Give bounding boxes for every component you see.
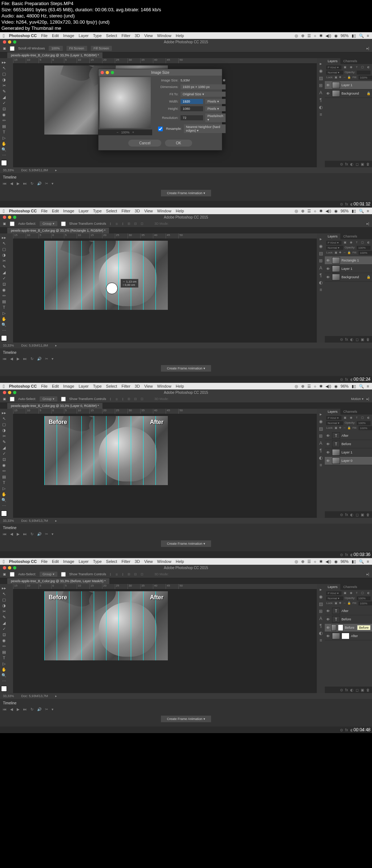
menu-filter[interactable]: Filter (121, 33, 130, 38)
color-swatches[interactable] (1, 335, 7, 341)
layer-action-icon[interactable]: fx (345, 513, 348, 517)
timeline-control[interactable]: ▶ (17, 532, 20, 536)
layer-name[interactable]: Layer 1 (341, 451, 352, 454)
layer-action-icon[interactable]: ◻ (356, 688, 359, 692)
menu-filter[interactable]: Filter (121, 209, 130, 213)
visibility-icon[interactable]: 👁 (326, 451, 331, 455)
timeline-label[interactable]: Timeline (3, 350, 369, 355)
ok-button[interactable]: OK (165, 140, 192, 147)
field-value[interactable]: 1080 (181, 106, 203, 111)
create-animation-button[interactable]: Create Frame Animation ▾ (161, 540, 211, 547)
layer-action-icon[interactable]: ▣ (361, 513, 364, 517)
menu-file[interactable]: File (41, 559, 48, 564)
filter-icon[interactable]: ◐ (366, 65, 371, 69)
visibility-icon[interactable]: 👁 (326, 434, 331, 438)
filter-icon[interactable]: ◐ (366, 416, 371, 420)
tool-3[interactable]: ◑ (1, 77, 7, 82)
traffic-lights[interactable] (3, 40, 16, 44)
timeline-control[interactable]: ◀ (10, 357, 13, 361)
layer-name[interactable]: Rectangle 1 (341, 259, 359, 262)
layer-name[interactable]: Layer 1 (341, 267, 352, 271)
align-icon[interactable]: ⊡ (141, 572, 143, 576)
panel-icon[interactable]: ≡ (319, 638, 322, 643)
tool-13[interactable]: ▷ (1, 311, 7, 316)
menu-type[interactable]: Type (93, 384, 102, 388)
menu-help[interactable]: Help (176, 209, 184, 213)
menu-type[interactable]: Type (93, 209, 102, 213)
traffic-lights[interactable] (3, 391, 16, 394)
panel-icon[interactable]: ◐ (319, 280, 323, 285)
visibility-icon[interactable]: 👁 (326, 275, 331, 279)
visibility-icon[interactable]: 👁 (326, 459, 331, 463)
app-name[interactable]: Photoshop CC (9, 209, 37, 213)
status-icon[interactable]: ◎ (295, 559, 298, 564)
tool-9[interactable]: ◉ (1, 638, 7, 643)
menu-edit[interactable]: Edit (52, 559, 59, 564)
filter-icon[interactable]: ◐ (366, 241, 371, 245)
lock-icon[interactable]: ↔ (343, 251, 346, 255)
menu-help[interactable]: Help (176, 384, 184, 388)
tool-10[interactable]: ✏ (1, 293, 7, 298)
panel-icon[interactable]: ▤ (319, 601, 323, 607)
panel-icon[interactable]: ▤ (319, 76, 323, 81)
layer-name[interactable]: After (341, 434, 348, 437)
panel-icon[interactable]: ◐ (319, 455, 323, 460)
filter-icon[interactable]: ▢ (360, 591, 365, 595)
dialog-titlebar[interactable]: Image Size (98, 69, 222, 76)
timeline-control[interactable]: ▾ (52, 707, 53, 711)
blend-mode[interactable]: Normal ▾ (326, 71, 343, 75)
status-icon[interactable]: ◀)) (326, 384, 331, 389)
tool-6[interactable]: ◢ (1, 445, 7, 450)
visibility-icon[interactable]: 👁 (326, 259, 331, 263)
panel-icon[interactable]: ◐ (319, 105, 323, 110)
channels-tab[interactable]: Channels (340, 58, 360, 64)
layer-action-icon[interactable]: ▣ (361, 162, 364, 166)
tool-15[interactable]: 🔍 (1, 497, 7, 503)
status-icon[interactable]: ◀)) (326, 209, 331, 213)
show-transform-checkbox[interactable] (61, 572, 66, 577)
auto-select-checkbox[interactable] (10, 397, 15, 401)
align-icon[interactable]: ⊞ (128, 572, 130, 576)
menu-icon[interactable]: ≡ (367, 209, 369, 213)
panel-icon[interactable]: ≡ (319, 112, 322, 117)
fit-screen-button[interactable]: Fit Screen (66, 46, 87, 51)
app-name[interactable]: Photoshop CC (9, 384, 37, 388)
tool-13[interactable]: ▷ (1, 135, 7, 140)
tool-5[interactable]: ✎ (1, 89, 7, 94)
apple-icon[interactable]:  (3, 384, 5, 389)
apple-icon[interactable]:  (3, 208, 5, 214)
timeline-label[interactable]: Timeline (3, 525, 369, 531)
field-unit[interactable]: Pixels ▾ (205, 106, 226, 111)
timeline-control[interactable]: ▶ (17, 357, 20, 361)
layer-action-icon[interactable]: fx (345, 337, 348, 341)
layer-row[interactable]: 👁Rectangle 1 (325, 256, 372, 265)
visibility-icon[interactable]: 👁 (326, 267, 331, 271)
fill-value[interactable]: 100% (359, 426, 372, 430)
tool-5[interactable]: ✎ (1, 615, 7, 620)
layer-name[interactable]: Before (341, 617, 351, 621)
panel-icon[interactable]: A (319, 90, 322, 95)
panel-icon[interactable]: ¶ (320, 448, 322, 453)
opacity-value[interactable]: 100% (357, 246, 371, 250)
tool-2[interactable]: ▢ (1, 71, 7, 76)
menu-3d[interactable]: 3D (135, 33, 140, 38)
layer-name[interactable]: Before (341, 442, 351, 446)
tool-15[interactable]: 🔍 (1, 673, 7, 678)
align-icon[interactable]: ⊟ (134, 222, 137, 225)
lock-icon[interactable]: ✚ (339, 76, 341, 80)
tool-16[interactable]: ⋯ (1, 328, 7, 333)
footer-icon[interactable]: ⊝ (340, 202, 343, 206)
tool-6[interactable]: ◢ (1, 95, 7, 100)
panel-icon[interactable]: ◉ (319, 594, 323, 599)
field-value[interactable]: 1920 (181, 99, 203, 104)
lock-icon[interactable]: ▣ (335, 426, 337, 430)
search-icon[interactable]: 🔍 (359, 209, 364, 213)
lock-icon[interactable]: ▣ (335, 76, 337, 80)
tool-7[interactable]: ✓ (1, 276, 7, 281)
layer-name[interactable]: After (351, 634, 358, 638)
layer-action-icon[interactable]: ▣ (361, 688, 364, 692)
timeline-control[interactable]: ▶ (17, 181, 20, 185)
panel-icon[interactable]: ▸ (320, 587, 322, 592)
menu-select[interactable]: Select (106, 559, 117, 564)
layer-action-icon[interactable]: ◻ (356, 337, 359, 341)
